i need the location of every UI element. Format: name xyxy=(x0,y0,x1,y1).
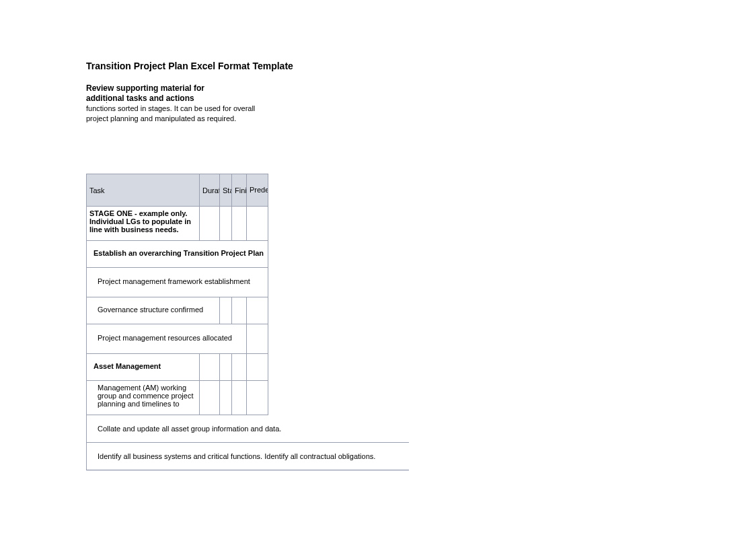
cell-empty xyxy=(220,354,232,381)
plan-table: Task Duration Start Finish Predecessors … xyxy=(86,174,268,415)
cell-empty xyxy=(220,381,232,415)
table-row: Asset Management xyxy=(87,354,268,381)
cell-governance: Governance structure confirmed xyxy=(87,297,220,324)
header-task: Task xyxy=(87,174,200,207)
stage-one-text: STAGE ONE - example only. Individual LGs… xyxy=(89,209,196,238)
cell-stage-one: STAGE ONE - example only. Individual LGs… xyxy=(87,207,200,241)
header-start: Start xyxy=(220,174,232,207)
header-duration: Duration xyxy=(200,174,220,207)
table-row: Project management resources allocated xyxy=(87,324,268,354)
row-collate: Collate and update all asset group infor… xyxy=(86,415,409,443)
document-container: Transition Project Plan Excel Format Tem… xyxy=(86,61,557,470)
table-row: Governance structure confirmed xyxy=(87,297,268,324)
cell-empty xyxy=(200,354,220,381)
overflow-rows: Collate and update all asset group infor… xyxy=(86,415,557,470)
document-description: This spreadsheet contains all actions fr… xyxy=(86,102,261,123)
cell-resources: Project management resources allocated xyxy=(87,324,247,354)
cell-empty xyxy=(232,354,247,381)
cell-empty xyxy=(247,324,268,354)
table-row: Establish an overarching Transition Proj… xyxy=(87,241,268,268)
cell-am-group: Management (AM) working group and commen… xyxy=(87,381,200,415)
description-wrapper: This spreadsheet contains all actions fr… xyxy=(86,102,261,140)
cell-framework: Project management framework establishme… xyxy=(87,268,268,297)
cell-empty xyxy=(200,207,220,241)
table-row: STAGE ONE - example only. Individual LGs… xyxy=(87,207,268,241)
header-predecessors: Predecessors xyxy=(247,174,268,207)
document-subtitle: Review supporting material for additiona… xyxy=(86,83,207,104)
cell-empty xyxy=(232,381,247,415)
cell-empty xyxy=(247,207,268,241)
cell-empty xyxy=(200,381,220,415)
header-finish: Finish xyxy=(232,174,247,207)
cell-empty xyxy=(232,297,247,324)
document-title: Transition Project Plan Excel Format Tem… xyxy=(86,61,557,71)
cell-empty xyxy=(247,381,268,415)
cell-empty xyxy=(220,207,232,241)
row-identify: Identify all business systems and critic… xyxy=(86,443,409,470)
cell-empty xyxy=(232,207,247,241)
table-row: Project management framework establishme… xyxy=(87,268,268,297)
am-group-text: Management (AM) working group and commen… xyxy=(98,384,196,412)
table-row: Management (AM) working group and commen… xyxy=(87,381,268,415)
cell-empty xyxy=(247,354,268,381)
cell-empty xyxy=(220,297,232,324)
table-header-row: Task Duration Start Finish Predecessors xyxy=(87,174,268,207)
cell-empty xyxy=(247,297,268,324)
cell-establish: Establish an overarching Transition Proj… xyxy=(87,241,268,268)
cell-asset-mgmt: Asset Management xyxy=(87,354,200,381)
